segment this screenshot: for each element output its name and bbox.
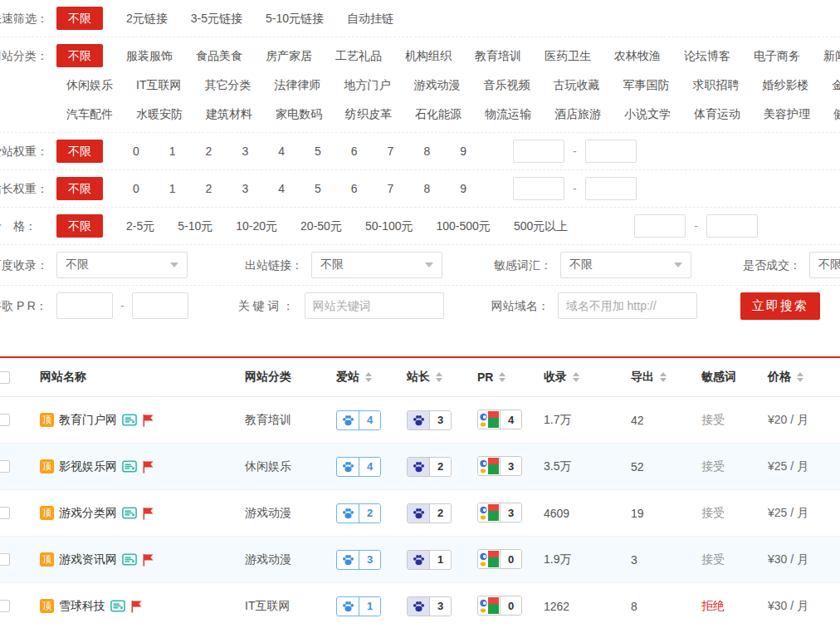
chinaz-weight-option[interactable]: 8: [423, 177, 430, 200]
google-pr-badge[interactable]: 0: [477, 596, 522, 616]
aizhan-weight-option[interactable]: 1: [169, 140, 176, 163]
aizhan-weight-option[interactable]: 5: [315, 140, 321, 163]
price-option[interactable]: 100-500元: [436, 214, 490, 238]
category-option[interactable]: 教育培训: [475, 44, 521, 67]
search-button[interactable]: 立即搜索: [740, 292, 820, 320]
price-option[interactable]: 500元以上: [514, 214, 568, 238]
row-checkbox[interactable]: [0, 507, 10, 519]
chinaz-weight-option[interactable]: 2: [206, 177, 212, 200]
category-option[interactable]: 服装服饰: [126, 44, 173, 67]
price-option[interactable]: 不限: [56, 214, 103, 238]
aizhan-weight-option[interactable]: 0: [133, 140, 139, 163]
category-option[interactable]: 健康养生: [833, 102, 840, 125]
category-option[interactable]: 医药卫生: [545, 44, 591, 67]
category-option[interactable]: 水暖安防: [136, 102, 183, 125]
category-option[interactable]: 求职招聘: [692, 73, 739, 96]
chinaz-weight-option[interactable]: 0: [133, 177, 139, 200]
sort-arrows-icon[interactable]: [660, 372, 667, 382]
aizhan-rank-badge[interactable]: 4: [336, 457, 381, 477]
chinaz-rank-badge[interactable]: 1: [407, 550, 452, 570]
site-name-link[interactable]: 教育门户网: [59, 413, 117, 428]
sort-arrows-icon[interactable]: [365, 372, 372, 382]
google-pr-max-input[interactable]: [132, 292, 188, 319]
chinaz-weight-option[interactable]: 7: [388, 177, 394, 200]
report-flag-icon[interactable]: [142, 460, 154, 473]
aizhan-weight-option[interactable]: 3: [242, 140, 248, 163]
aizhan-weight-option[interactable]: 2: [206, 140, 212, 163]
aizhan-rank-badge[interactable]: 1: [336, 596, 381, 616]
select-all-checkbox[interactable]: [0, 371, 10, 384]
column-header-incl[interactable]: 收录: [544, 370, 631, 385]
category-option[interactable]: IT互联网: [136, 73, 181, 96]
google-pr-badge[interactable]: 0: [477, 549, 522, 569]
category-option[interactable]: 美容护理: [764, 102, 810, 125]
chinaz-weight-option[interactable]: 1: [169, 177, 176, 200]
google-pr-badge[interactable]: 4: [477, 410, 522, 429]
chinaz-weight-option[interactable]: 9: [460, 177, 466, 200]
chinaz-rank-badge[interactable]: 2: [407, 457, 452, 477]
chinaz-weight-option[interactable]: 3: [242, 177, 248, 200]
category-option[interactable]: 石化能源: [415, 102, 462, 125]
category-option[interactable]: 法律律师: [274, 73, 320, 96]
chinaz-weight-option[interactable]: 5: [315, 177, 321, 200]
column-header-pr[interactable]: PR: [477, 370, 544, 384]
category-option[interactable]: 纺织皮革: [345, 102, 392, 125]
aizhan-weight-option[interactable]: 9: [460, 140, 466, 163]
aizhan-rank-badge[interactable]: 4: [336, 410, 381, 430]
domain-input[interactable]: [558, 292, 697, 319]
column-header-cz[interactable]: 站长: [407, 370, 477, 385]
category-option[interactable]: 酒店旅游: [554, 102, 601, 125]
deal-status-select[interactable]: 不限: [809, 252, 840, 278]
column-header-az[interactable]: 爱站: [336, 370, 407, 385]
category-option[interactable]: 新闻媒体: [823, 44, 840, 67]
category-option[interactable]: 建筑材料: [206, 102, 252, 125]
site-info-card-icon[interactable]: [122, 414, 137, 426]
sort-arrows-icon[interactable]: [499, 372, 505, 382]
category-option[interactable]: 游戏动漫: [413, 73, 460, 96]
google-pr-min-input[interactable]: [56, 292, 113, 319]
quick-filter-option[interactable]: 自动挂链: [347, 7, 393, 30]
site-name-link[interactable]: 游戏分类网: [59, 506, 117, 521]
keyword-input[interactable]: [305, 292, 444, 319]
report-flag-icon[interactable]: [142, 553, 154, 567]
price-option[interactable]: 2-5元: [126, 214, 154, 238]
row-checkbox[interactable]: [0, 553, 10, 566]
aizhan-weight-option[interactable]: 6: [351, 140, 358, 163]
price-max-input[interactable]: [706, 214, 758, 238]
quick-filter-option[interactable]: 不限: [56, 7, 103, 30]
quick-filter-option[interactable]: 3-5元链接: [191, 7, 242, 30]
report-flag-icon[interactable]: [130, 600, 142, 613]
row-checkbox[interactable]: [0, 414, 10, 426]
site-name-link[interactable]: 影视娱乐网: [59, 459, 117, 474]
price-option[interactable]: 5-10元: [178, 214, 212, 238]
chinaz-weight-option[interactable]: 6: [351, 177, 358, 200]
aizhan-weight-min-input[interactable]: [513, 140, 564, 163]
aizhan-rank-badge[interactable]: 2: [336, 503, 381, 523]
row-checkbox[interactable]: [0, 460, 10, 473]
category-option[interactable]: 论坛博客: [684, 44, 730, 67]
category-option[interactable]: 音乐视频: [483, 73, 530, 96]
category-option[interactable]: 婚纱影楼: [762, 73, 808, 96]
column-header-out[interactable]: 导出: [631, 370, 701, 385]
quick-filter-option[interactable]: 2元链接: [126, 7, 168, 30]
google-pr-badge[interactable]: 3: [477, 503, 522, 523]
site-info-card-icon[interactable]: [122, 507, 137, 519]
sort-arrows-icon[interactable]: [436, 372, 442, 382]
category-option[interactable]: 不限: [56, 44, 103, 67]
aizhan-weight-option[interactable]: 7: [388, 140, 394, 163]
category-option[interactable]: 家电数码: [276, 102, 322, 125]
category-option[interactable]: 地方门户: [344, 73, 390, 96]
category-option[interactable]: 军事国防: [623, 73, 669, 96]
aizhan-weight-option[interactable]: 不限: [56, 140, 103, 163]
chinaz-rank-badge[interactable]: 2: [407, 503, 452, 523]
category-option[interactable]: 房产家居: [266, 44, 312, 67]
category-option[interactable]: 古玩收藏: [553, 73, 599, 96]
aizhan-weight-option[interactable]: 4: [278, 140, 285, 163]
category-option[interactable]: 农林牧渔: [614, 44, 661, 67]
category-option[interactable]: 其它分类: [204, 73, 251, 96]
quick-filter-option[interactable]: 5-10元链接: [266, 7, 324, 30]
chinaz-weight-min-input[interactable]: [513, 177, 564, 200]
site-info-card-icon[interactable]: [122, 553, 137, 566]
row-checkbox[interactable]: [0, 600, 10, 612]
chinaz-weight-option[interactable]: 4: [278, 177, 285, 200]
